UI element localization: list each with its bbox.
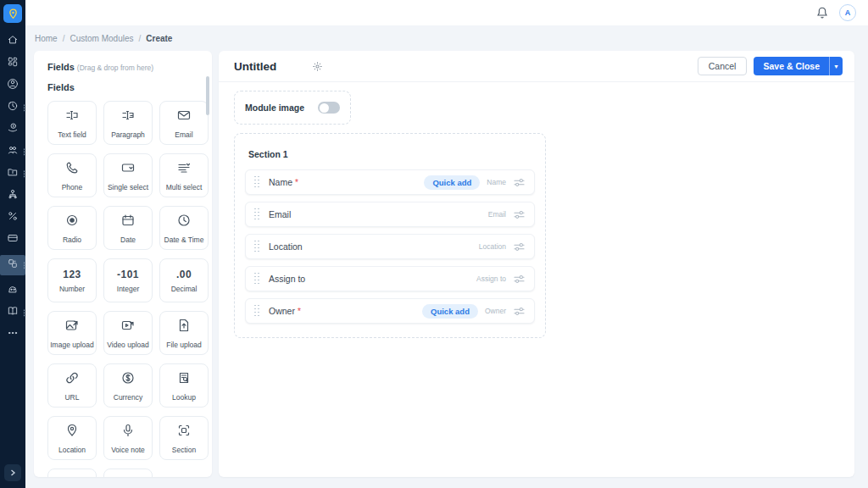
sidebar-item-custom-modules[interactable] [0,255,25,275]
module-title[interactable]: Untitled [234,60,276,73]
breadcrumb-separator: / [139,34,142,43]
section-field-row-assign-to[interactable]: Assign toAssign to [245,266,535,291]
sidebar-expand-button[interactable] [4,464,21,481]
field-tile-radio[interactable]: Radio [47,206,97,250]
drag-handle-icon[interactable] [254,273,260,286]
sidebar-item-activity-clock[interactable] [0,101,25,114]
location-icon [64,423,80,441]
sidebar-item-documents-folder[interactable] [0,167,25,180]
cancel-button[interactable]: Cancel [698,57,748,75]
field-tile-file-upload[interactable]: File upload [159,311,209,355]
field-tile-currency[interactable]: Currency [103,363,153,408]
field-tile-multi-select[interactable]: Multi select [159,153,209,197]
sidebar-item-apps-grid[interactable] [0,57,25,70]
module-image-toggle[interactable] [318,102,340,114]
field-tile-paragraph[interactable]: Paragraph [103,101,153,145]
app-logo[interactable] [3,4,22,23]
required-asterisk: * [295,178,298,187]
kebab-menu-icon[interactable] [24,104,25,111]
quick-add-badge[interactable]: Quick add [424,175,480,190]
field-row-label: Email [269,209,291,219]
left-nav-rail [0,0,25,488]
field-row-label: Assign to [269,274,305,284]
field-tile-email[interactable]: Email [159,101,209,145]
home-icon [7,34,19,49]
fields-panel-hint: (Drag & drop from here) [77,64,153,72]
phone-icon [64,160,80,179]
sidebar-item-quotes-percent[interactable] [0,211,25,225]
field-settings-sliders-icon[interactable] [513,209,526,220]
section-field-row-name[interactable]: Name*Quick addName [245,169,535,195]
field-tile-label: Decimal [171,285,198,293]
field-tile-url[interactable]: URL [47,363,97,408]
field-settings-sliders-icon[interactable] [513,274,526,285]
module-canvas: Untitled Cancel Save & Close ▼ Module im… [219,51,854,477]
sidebar-item-home[interactable] [0,35,25,48]
save-close-button[interactable]: Save & Close ▼ [754,57,843,75]
text-field-icon [64,108,80,126]
field-tile-label: Lookup [172,393,196,402]
sidebar-item-knowledge-book[interactable] [0,306,25,319]
drag-handle-icon[interactable] [254,241,260,253]
field-type-label: Assign to [476,274,506,283]
save-close-label[interactable]: Save & Close [754,57,829,75]
deals-coin-icon [7,122,19,137]
sidebar-item-billing-card[interactable] [0,233,25,247]
field-tile-partial[interactable] [47,469,97,477]
user-avatar[interactable]: A [839,4,856,21]
field-row-label: Name [269,177,292,187]
sidebar-item-team[interactable] [0,145,25,158]
field-tile-label: Email [175,130,192,139]
drag-handle-icon[interactable] [254,176,260,189]
drag-handle-icon[interactable] [254,305,260,318]
field-tile-text-field[interactable]: Text field [47,101,97,145]
kebab-menu-icon[interactable] [24,170,25,177]
field-tile-date-time[interactable]: Date & Time [159,206,209,250]
field-tile-video-upload[interactable]: Video upload [103,311,153,355]
sidebar-item-more-dots[interactable] [0,328,25,341]
field-tile-label: Date [120,236,136,244]
sidebar-item-deals-coin[interactable] [0,123,25,136]
field-tile-decimal[interactable]: .00Decimal [159,258,209,302]
field-settings-sliders-icon[interactable] [513,306,526,317]
section-field-row-owner[interactable]: Owner*Quick addOwner [245,298,535,324]
field-tile-number[interactable]: 123Number [47,258,97,302]
billing-card-icon [7,232,19,247]
field-tile-integer[interactable]: -101Integer [103,258,153,302]
drag-handle-icon[interactable] [254,208,260,221]
voice-note-icon [120,423,136,441]
breadcrumb-separator: / [63,34,65,43]
field-tile-section[interactable]: Section [159,416,209,460]
save-options-dropdown[interactable]: ▼ [829,57,843,75]
field-tile-label: Radio [63,236,81,244]
kebab-menu-icon[interactable] [24,148,25,155]
field-tile-image-upload[interactable]: Image upload [47,311,97,355]
kebab-menu-icon[interactable] [24,309,25,316]
breadcrumb-home[interactable]: Home [35,34,58,43]
kebab-menu-icon[interactable] [24,262,25,269]
notifications-bell-icon[interactable] [815,6,829,19]
field-settings-sliders-icon[interactable] [513,177,526,188]
field-tile-partial[interactable] [103,469,153,477]
field-tile-lookup[interactable]: Lookup [159,363,209,408]
field-tile-label: File upload [166,341,202,349]
sidebar-item-org-chart[interactable] [0,189,25,202]
quick-add-badge[interactable]: Quick add [422,304,478,319]
module-image-label: Module image [245,103,304,113]
field-type-label: Email [488,210,506,219]
field-tile-location[interactable]: Location [47,416,97,460]
sidebar-item-bot[interactable] [0,284,25,297]
fields-panel-scrollbar[interactable] [206,76,209,115]
field-tile-phone[interactable]: Phone [47,153,97,197]
field-tile-voice-note[interactable]: Voice note [103,416,153,460]
section-field-row-location[interactable]: LocationLocation [245,234,535,259]
field-tile-single-select[interactable]: Single select [103,153,153,197]
url-icon [64,370,80,389]
contacts-icon [7,78,19,93]
field-tile-date[interactable]: Date [103,206,153,250]
field-settings-sliders-icon[interactable] [513,241,526,252]
section-field-row-email[interactable]: EmailEmail [245,202,535,227]
breadcrumb-custom-modules[interactable]: Custom Modules [70,34,133,43]
module-settings-gear-icon[interactable] [312,61,323,72]
sidebar-item-contacts[interactable] [0,79,25,92]
